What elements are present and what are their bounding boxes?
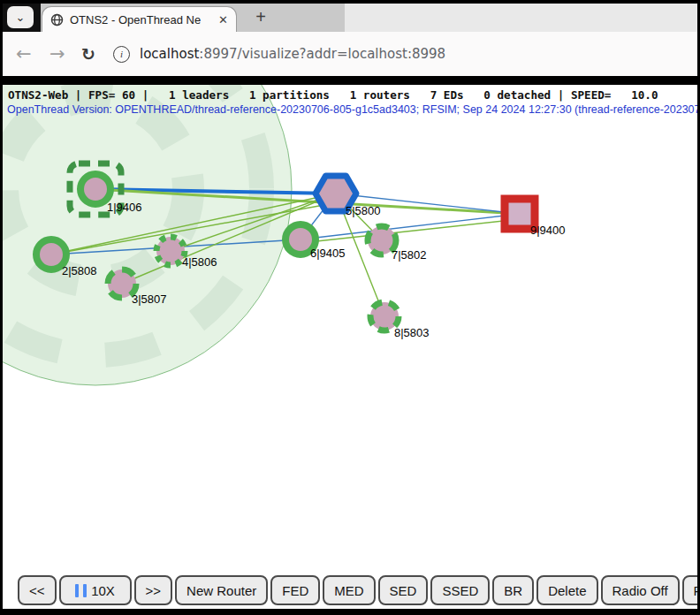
action-toolbar: <<10X>>New RouterFEDMEDSEDSSEDBRDeleteRa…: [0, 572, 700, 609]
url-path: :8997/visualize?addr=localhost:8998: [199, 46, 445, 62]
btn-med[interactable]: MED: [323, 575, 375, 605]
btn-label: Radio Off: [612, 583, 668, 598]
pause-icon: [83, 584, 87, 597]
tab-title: OTNS2 - OpenThread Ne: [70, 13, 212, 27]
network-svg: 1|94062|58083|58074|58065|58006|94057|58…: [0, 85, 700, 572]
btn-label: New Router: [186, 583, 256, 598]
btn-speed-down[interactable]: <<: [18, 575, 57, 605]
node-7[interactable]: 7|5802: [368, 226, 427, 262]
window-bottom-border: [0, 609, 700, 615]
back-button-icon[interactable]: ←: [16, 32, 32, 76]
node-body: [80, 174, 110, 204]
btn-fed[interactable]: FED: [270, 575, 320, 605]
new-tab-button[interactable]: +: [251, 7, 270, 27]
node-label: 2|5808: [62, 264, 97, 277]
btn-radio-off[interactable]: Radio Off: [601, 575, 680, 605]
node-body: [156, 237, 185, 265]
btn-label: <<: [29, 583, 45, 598]
btn-label: SSED: [442, 583, 478, 598]
node-label: 1|9406: [107, 201, 142, 214]
site-info-icon[interactable]: i: [113, 32, 130, 76]
btn-label: BR: [504, 583, 522, 598]
tab-close-icon[interactable]: ✕: [218, 13, 228, 27]
node-label: 8|5803: [394, 326, 430, 339]
node-8[interactable]: 8|5803: [370, 302, 430, 339]
tab-search-button[interactable]: ⌄: [7, 6, 34, 28]
btn-label: Delete: [548, 583, 586, 598]
browser-titlebar: ⌄ OTNS2 - OpenThread Ne ✕ +: [0, 0, 700, 32]
link-6-9: [301, 219, 520, 243]
node-6[interactable]: 6|9405: [285, 224, 346, 260]
forward-button-icon[interactable]: →: [49, 32, 65, 76]
url-field[interactable]: localhost:8997/visualize?addr=localhost:…: [140, 32, 445, 76]
globe-favicon-icon: [50, 13, 64, 27]
address-bar: ← → ↻ i localhost:8997/visualize?addr=lo…: [0, 32, 700, 76]
node-label: 9|9400: [530, 224, 566, 237]
pause-icon: [75, 584, 79, 597]
btn-speed[interactable]: 10X: [59, 575, 132, 605]
btn-label: SED: [390, 583, 417, 598]
btn-delete[interactable]: Delete: [536, 575, 597, 605]
node-label: 7|5802: [392, 248, 427, 262]
node-label: 4|5806: [182, 255, 217, 269]
btn-label: MED: [334, 583, 363, 598]
reload-button-icon[interactable]: ↻: [81, 32, 95, 76]
node-5[interactable]: 5|5800: [316, 176, 381, 217]
chrome-page-separator: [0, 76, 700, 85]
simulator-status-line: OTNS2-Web | FPS= 60 | 1 leaders 1 partit…: [8, 88, 658, 102]
btn-label: 10X: [91, 583, 115, 598]
url-host: localhost: [140, 46, 199, 62]
btn-ssed[interactable]: SSED: [430, 575, 490, 605]
window-left-border: [0, 0, 3, 615]
network-canvas[interactable]: 1|94062|58083|58074|58065|58006|94057|58…: [0, 85, 700, 572]
node-label: 5|5800: [346, 204, 381, 217]
btn-speed-up[interactable]: >>: [134, 575, 173, 605]
openthread-version-line: OpenThread Version: OPENTHREAD/thread-re…: [7, 103, 700, 116]
btn-sed[interactable]: SED: [378, 575, 429, 605]
link-6-9: [301, 214, 520, 239]
node-label: 3|5807: [132, 292, 167, 306]
btn-label: >>: [146, 583, 162, 598]
btn-label: FED: [282, 583, 308, 598]
node-9[interactable]: 9|9400: [505, 199, 566, 237]
btn-br[interactable]: BR: [492, 575, 534, 605]
node-label: 6|9405: [310, 247, 346, 260]
window-top-border: [0, 0, 700, 4]
browser-tab[interactable]: OTNS2 - OpenThread Ne ✕: [42, 6, 237, 32]
btn-new-router[interactable]: New Router: [175, 575, 268, 605]
